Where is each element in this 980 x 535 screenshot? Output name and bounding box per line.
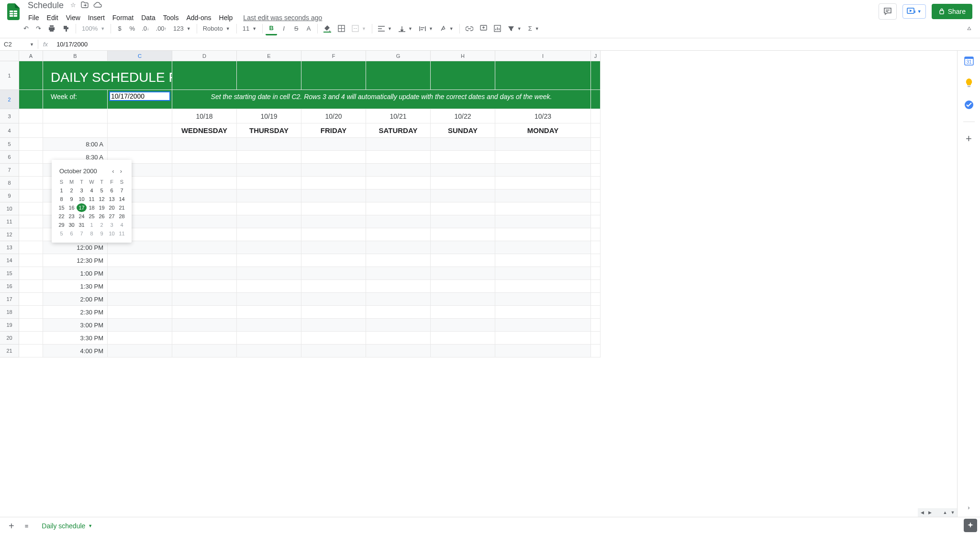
hide-side-panel[interactable]: › [968, 504, 969, 511]
schedule-cell[interactable] [431, 177, 495, 189]
schedule-cell[interactable] [108, 293, 172, 306]
time-cell[interactable]: 3:30 PM [43, 332, 108, 345]
schedule-cell[interactable] [301, 241, 366, 254]
dp-day[interactable]: 1 [87, 221, 97, 229]
cell[interactable] [591, 164, 601, 177]
schedule-cell[interactable] [431, 138, 495, 151]
col-header-C[interactable]: C [108, 51, 172, 61]
schedule-cell[interactable] [366, 177, 431, 189]
date-picker-next[interactable]: › [118, 167, 124, 176]
schedule-cell[interactable] [431, 215, 495, 228]
schedule-cell[interactable] [237, 293, 301, 306]
cell[interactable] [591, 293, 601, 306]
day-cell[interactable]: WEDNESDAY [172, 123, 237, 138]
keep-icon[interactable] [964, 78, 974, 88]
schedule-cell[interactable] [172, 202, 237, 215]
col-header-I[interactable]: I [495, 51, 591, 61]
dp-day[interactable]: 20 [107, 203, 117, 212]
decrease-decimal-button[interactable]: .0↓ [139, 22, 152, 34]
cell[interactable] [591, 228, 601, 241]
dp-day[interactable]: 12 [97, 195, 107, 203]
schedule-cell[interactable] [431, 306, 495, 319]
schedule-cell[interactable] [108, 332, 172, 345]
schedule-cell[interactable] [301, 280, 366, 293]
schedule-cell[interactable] [108, 138, 172, 151]
dp-day[interactable]: 17 [77, 203, 87, 212]
schedule-cell[interactable] [495, 280, 591, 293]
cell[interactable] [591, 189, 601, 202]
schedule-cell[interactable] [237, 267, 301, 280]
schedule-cell[interactable] [366, 202, 431, 215]
col-header-F[interactable]: F [301, 51, 366, 61]
cell[interactable] [19, 293, 43, 306]
schedule-cell[interactable] [301, 189, 366, 202]
row-header-4[interactable]: 4 [0, 123, 19, 138]
schedule-cell[interactable] [108, 345, 172, 357]
text-wrap-button[interactable]: ▼ [416, 24, 436, 33]
dp-day[interactable]: 3 [107, 221, 117, 229]
present-button[interactable]: ▼ [902, 4, 926, 19]
schedule-cell[interactable] [366, 164, 431, 177]
col-header-J[interactable]: J [591, 51, 601, 61]
cell[interactable] [43, 123, 108, 138]
schedule-cell[interactable] [237, 306, 301, 319]
cell[interactable] [591, 151, 601, 164]
schedule-cell[interactable] [366, 293, 431, 306]
schedule-cell[interactable] [237, 228, 301, 241]
dp-day[interactable]: 6 [107, 186, 117, 195]
schedule-cell[interactable] [495, 254, 591, 267]
share-button[interactable]: Share [932, 4, 972, 19]
row-header-16[interactable]: 16 [0, 280, 19, 293]
cell[interactable] [591, 202, 601, 215]
schedule-cell[interactable] [495, 151, 591, 164]
schedule-cell[interactable] [108, 306, 172, 319]
dp-day[interactable]: 11 [87, 195, 97, 203]
col-header-E[interactable]: E [237, 51, 301, 61]
weekof-date-cell[interactable] [108, 90, 172, 109]
cell[interactable] [591, 319, 601, 332]
schedule-cell[interactable] [172, 228, 237, 241]
cell[interactable] [591, 138, 601, 151]
schedule-cell[interactable] [301, 267, 366, 280]
schedule-cell[interactable] [237, 241, 301, 254]
schedule-cell[interactable] [495, 177, 591, 189]
date-cell[interactable]: 10/19 [237, 109, 301, 123]
dp-day[interactable]: 9 [67, 195, 77, 203]
schedule-cell[interactable] [495, 202, 591, 215]
schedule-cell[interactable] [431, 332, 495, 345]
schedule-cell[interactable] [301, 319, 366, 332]
cell[interactable] [19, 123, 43, 138]
schedule-cell[interactable] [431, 345, 495, 357]
increase-decimal-button[interactable]: .00↑ [153, 22, 170, 34]
time-cell[interactable]: 2:00 PM [43, 293, 108, 306]
dp-day[interactable]: 7 [117, 186, 127, 195]
schedule-cell[interactable] [237, 177, 301, 189]
day-cell[interactable]: THURSDAY [237, 123, 301, 138]
schedule-cell[interactable] [431, 164, 495, 177]
schedule-cell[interactable] [237, 202, 301, 215]
schedule-cell[interactable] [108, 319, 172, 332]
cell[interactable] [19, 164, 43, 177]
cell[interactable] [19, 177, 43, 189]
font-size-dropdown[interactable]: 11▼ [240, 23, 259, 34]
cell[interactable] [19, 241, 43, 254]
col-header-A[interactable]: A [19, 51, 43, 61]
dp-day[interactable]: 5 [97, 186, 107, 195]
schedule-cell[interactable] [431, 202, 495, 215]
cell[interactable] [19, 254, 43, 267]
schedule-cell[interactable] [172, 319, 237, 332]
merge-cells-button[interactable]: ▼ [349, 23, 369, 34]
cell[interactable] [108, 123, 172, 138]
text-color-button[interactable]: A [303, 22, 314, 34]
formula-bar[interactable]: 10/17/2000 [53, 40, 980, 49]
schedule-cell[interactable] [301, 138, 366, 151]
dp-day[interactable]: 9 [97, 229, 107, 238]
schedule-cell[interactable] [495, 189, 591, 202]
row-header-12[interactable]: 12 [0, 228, 19, 241]
v-align-button[interactable]: ▼ [396, 23, 415, 34]
schedule-cell[interactable] [366, 215, 431, 228]
schedule-cell[interactable] [366, 345, 431, 357]
move-icon[interactable] [80, 0, 89, 11]
dp-day[interactable]: 2 [97, 221, 107, 229]
row-header-3[interactable]: 3 [0, 109, 19, 123]
